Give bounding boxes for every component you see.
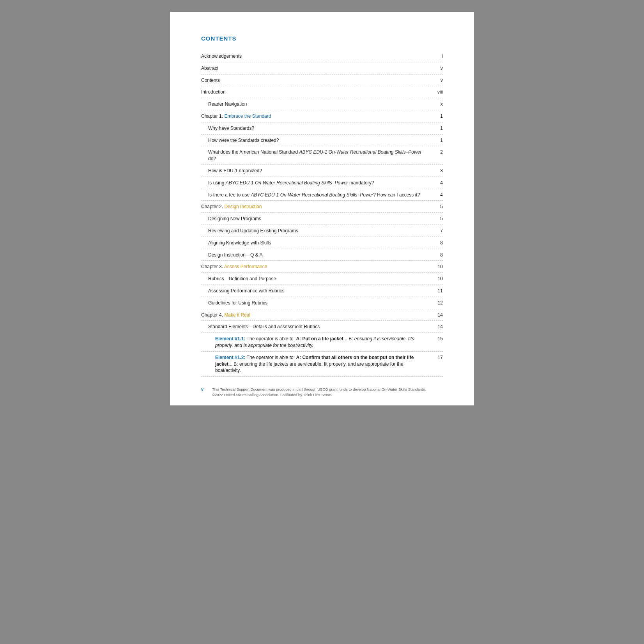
toc-row-is-fee: Is there a fee to use ABYC EDU-1 On-Wate…: [201, 189, 443, 201]
toc-label-guidelines: Guidelines for Using Rubrics: [201, 300, 433, 306]
toc-label-reviewing: Reviewing and Updating Existing Programs: [201, 228, 433, 234]
toc-row-acknowledgements: Acknowledgementsi: [201, 50, 443, 62]
toc-label-standard-elements: Standard Elements—Details and Assessment…: [201, 324, 433, 330]
footer-line2: ©2022 United States Sailing Association.…: [212, 393, 332, 397]
toc-page-what-does: 2: [433, 149, 443, 156]
toc-label-assessing: Assessing Performance with Rubrics: [201, 288, 433, 294]
toc-label-how-organized: How is EDU-1 organized?: [201, 168, 433, 174]
toc-page-chapter2: 5: [433, 203, 443, 210]
toc-label-abstract: Abstract: [201, 65, 433, 72]
toc-label-what-does: What does the American National Standard…: [201, 149, 433, 162]
toc-row-standard-elements: Standard Elements—Details and Assessment…: [201, 321, 443, 333]
toc-page-why-standards: 1: [433, 125, 443, 132]
page: CONTENTS AcknowledgementsiAbstractivCont…: [170, 12, 474, 405]
chapter-color-chapter1: Embrace the Standard: [224, 113, 271, 119]
toc-page-chapter3: 10: [433, 264, 443, 270]
toc-row-chapter3: Chapter 3. Assess Performance10: [201, 261, 443, 273]
toc-page-reader-navigation: ix: [433, 101, 443, 108]
toc-row-how-organized: How is EDU-1 organized?3: [201, 165, 443, 177]
toc-row-contents: Contentsv: [201, 74, 443, 87]
toc-page-contents: v: [433, 77, 443, 84]
toc-page-rubrics-def: 10: [433, 276, 443, 282]
toc-page-is-mandatory: 4: [433, 180, 443, 186]
toc-page-guidelines: 12: [433, 300, 443, 306]
footer-line1: This Technical Support Document was prod…: [212, 387, 426, 391]
element-label-element11: Element #1.1:: [215, 336, 247, 341]
toc-label-introduction: Introduction: [201, 89, 433, 96]
toc-page-reviewing: 7: [433, 228, 443, 234]
toc-label-chapter2: Chapter 2. Design Instruction: [201, 203, 433, 210]
toc-page-aligning: 8: [433, 240, 443, 246]
toc-row-assessing: Assessing Performance with Rubrics11: [201, 285, 443, 297]
element-label-element12: Element #1.2:: [215, 355, 247, 360]
chapter-color-chapter3: Assess Performance: [224, 264, 267, 269]
toc-row-abstract: Abstractiv: [201, 62, 443, 74]
toc-row-is-mandatory: Is using ABYC EDU-1 On-Water Recreationa…: [201, 177, 443, 189]
toc-row-what-does: What does the American National Standard…: [201, 146, 443, 165]
toc-row-chapter1: Chapter 1. Embrace the Standard1: [201, 110, 443, 122]
toc-page-how-organized: 3: [433, 168, 443, 174]
toc-label-is-mandatory: Is using ABYC EDU-1 On-Water Recreationa…: [201, 180, 433, 186]
toc-page-assessing: 11: [433, 288, 443, 294]
toc-label-element12: Element #1.2: The operator is able to: A…: [201, 354, 433, 374]
toc-label-chapter1: Chapter 1. Embrace the Standard: [201, 113, 433, 120]
toc-label-acknowledgements: Acknowledgements: [201, 53, 433, 60]
toc-page-designing-new: 5: [433, 216, 443, 222]
toc-label-design-qa: Design Instruction—Q & A: [201, 252, 433, 258]
toc-label-rubrics-def: Rubrics—Definition and Purpose: [201, 276, 433, 282]
toc-page-introduction: viii: [433, 89, 443, 96]
toc-row-why-standards: Why have Standards?1: [201, 122, 443, 134]
toc-row-reviewing: Reviewing and Updating Existing Programs…: [201, 225, 443, 237]
toc-page-abstract: iv: [433, 65, 443, 72]
toc-page-chapter4: 14: [433, 312, 443, 318]
toc-row-designing-new: Designing New Programs5: [201, 213, 443, 225]
toc-row-design-qa: Design Instruction—Q & A8: [201, 249, 443, 261]
toc-label-contents: Contents: [201, 77, 433, 84]
toc-row-element11: Element #1.1: The operator is able to: A…: [201, 333, 443, 352]
toc-label-is-fee: Is there a fee to use ABYC EDU-1 On-Wate…: [201, 192, 433, 198]
toc-page-is-fee: 4: [433, 192, 443, 198]
toc-row-how-created: How were the Standards created?1: [201, 134, 443, 147]
toc-row-element12: Element #1.2: The operator is able to: A…: [201, 352, 443, 377]
toc-label-reader-navigation: Reader Navigation: [201, 101, 433, 108]
toc-page-element11: 15: [433, 336, 443, 342]
toc-label-element11: Element #1.1: The operator is able to: A…: [201, 336, 433, 349]
toc-row-guidelines: Guidelines for Using Rubrics12: [201, 297, 443, 309]
toc-label-why-standards: Why have Standards?: [201, 125, 433, 132]
toc-page-design-qa: 8: [433, 252, 443, 258]
toc-row-aligning: Aligning Knowledge with Skills8: [201, 237, 443, 249]
toc-label-chapter3: Chapter 3. Assess Performance: [201, 264, 433, 270]
toc-list: AcknowledgementsiAbstractivContentsvIntr…: [201, 50, 443, 377]
toc-label-chapter4: Chapter 4. Make it Real: [201, 312, 433, 318]
footer-page: v: [201, 387, 207, 391]
toc-label-designing-new: Designing New Programs: [201, 216, 433, 222]
toc-row-reader-navigation: Reader Navigationix: [201, 98, 443, 110]
footer-text: This Technical Support Document was prod…: [212, 387, 426, 398]
toc-label-aligning: Aligning Knowledge with Skills: [201, 240, 433, 246]
toc-page-element12: 17: [433, 354, 443, 361]
chapter-color-chapter4: Make it Real: [224, 312, 250, 318]
toc-page-acknowledgements: i: [433, 53, 443, 60]
toc-row-chapter4: Chapter 4. Make it Real14: [201, 309, 443, 321]
toc-row-chapter2: Chapter 2. Design Instruction5: [201, 201, 443, 213]
toc-page-standard-elements: 14: [433, 324, 443, 330]
toc-page-chapter1: 1: [433, 113, 443, 120]
toc-page-how-created: 1: [433, 137, 443, 144]
contents-title: CONTENTS: [201, 35, 443, 42]
footer: v This Technical Support Document was pr…: [201, 387, 443, 398]
chapter-color-chapter2: Design Instruction: [224, 204, 262, 209]
toc-row-rubrics-def: Rubrics—Definition and Purpose10: [201, 273, 443, 285]
toc-row-introduction: Introductionviii: [201, 86, 443, 98]
toc-label-how-created: How were the Standards created?: [201, 137, 433, 144]
